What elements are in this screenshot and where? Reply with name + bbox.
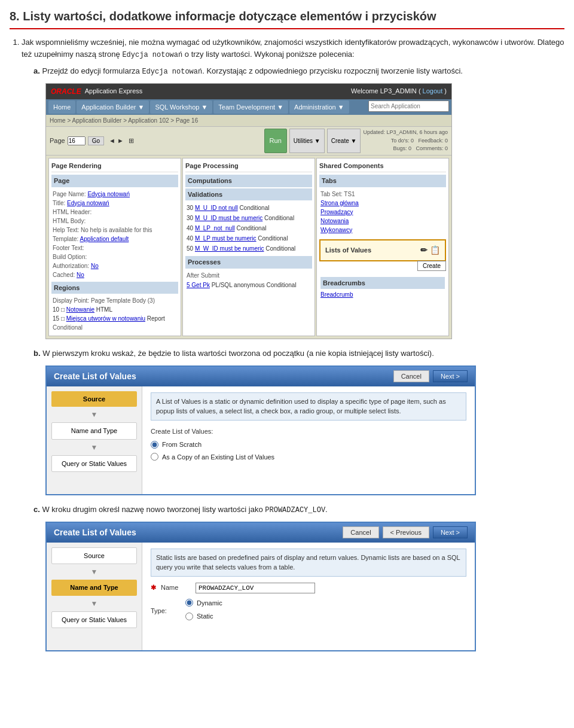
wizard-2-step-name: Name and Type: [51, 580, 137, 596]
page-section-title: Page: [51, 175, 178, 187]
tab-link-main[interactable]: Strona główna: [320, 200, 359, 206]
wizard-2-step-source: Source: [51, 547, 137, 565]
required-indicator: ✱: [151, 583, 156, 593]
tab-link-wyk[interactable]: Wykonawcy: [320, 227, 352, 233]
app-express-label: Application Express: [85, 86, 143, 96]
wizard-2-content: Static lists are based on predefined pai…: [142, 543, 475, 650]
apex-breadcrumb: Home > Application Builder > Application…: [46, 115, 451, 127]
wizard-2-sidebar: Source ▼ Name and Type ▼ Query or Static…: [47, 543, 142, 650]
wizard-1-header: Create List of Values Cancel Next >: [47, 367, 475, 386]
wizard-2-header: Create List of Values Cancel < Previous …: [47, 523, 475, 543]
breadcrumbs-section-title: Breadcrumbs: [320, 277, 445, 290]
wizard-1-step-source: Source: [51, 391, 137, 407]
type-static-option: Static: [185, 611, 222, 622]
lov-create-icon[interactable]: 📋: [430, 244, 440, 257]
shared-components-header: Shared Components: [319, 161, 446, 173]
wizard-1-sidebar: Source ▼ Name and Type ▼ Query or Static…: [47, 386, 142, 494]
lov-box: Lists of Values ✏ 📋 Create: [319, 239, 446, 261]
wizard-1-step-name: Name and Type: [51, 422, 137, 440]
page-num-input[interactable]: [68, 136, 86, 145]
search-input[interactable]: [368, 100, 449, 112]
nav-team-dev[interactable]: Team Development ▼: [213, 100, 288, 114]
validation-5: 50 M_W_ID must be numeric Conditional: [187, 243, 311, 254]
processes-title: Processes: [185, 256, 312, 269]
radio-dynamic[interactable]: [185, 599, 193, 607]
apex-panels: Page Rendering Page Page Name: Edycja no…: [46, 156, 451, 339]
wizard-2-step-query: Query or Static Values: [51, 611, 137, 629]
region-row-2: 15 □ Miejsca utworów w notowaniu Report: [53, 314, 177, 323]
welcome-text: Welcome LP3_ADMIN ( Logout ): [351, 86, 447, 96]
step-b-text: b. W pierwszym kroku wskaż, że będzie to…: [33, 348, 564, 360]
process-row: 5 Get Pk PL/SQL anonymous Conditional: [187, 280, 311, 290]
oracle-logo: ORACLE: [51, 86, 81, 97]
regions-section-title: Regions: [51, 282, 178, 294]
page-label: Page: [50, 136, 65, 146]
wizard-dialog-1: Create List of Values Cancel Next > Sour…: [45, 365, 476, 495]
wizard-1-desc: A List of Values is a static or dynamic …: [151, 392, 466, 421]
page-rendering-header: Page Rendering: [51, 161, 178, 173]
nav-app-builder[interactable]: Application Builder ▼: [77, 100, 149, 114]
wizard-2-next[interactable]: Next >: [433, 526, 468, 538]
wizard-1-content: A List of Values is a static or dynamic …: [142, 386, 475, 494]
shared-components-panel: Shared Components Tabs Tab Set: TS1 Stro…: [316, 158, 449, 337]
type-dynamic-option: Dynamic: [185, 598, 222, 608]
wizard-2-desc: Static lists are based on predefined pai…: [151, 549, 466, 577]
wizard-1-cancel[interactable]: Cancel: [393, 370, 429, 382]
apex-topbar: ORACLE Application Express Welcome LP3_A…: [46, 84, 451, 99]
wizard-1-next[interactable]: Next >: [433, 370, 468, 382]
lov-edit-icon[interactable]: ✏: [420, 244, 428, 257]
validation-4: 40 M_LP must be numeric Conditional: [187, 233, 311, 243]
apex-nav: Home Application Builder ▼ SQL Workshop …: [46, 99, 451, 115]
radio-copy[interactable]: [151, 453, 158, 461]
run-button[interactable]: Run: [264, 129, 287, 153]
wizard-2-prev[interactable]: < Previous: [383, 526, 429, 538]
wizard-1-option-scratch: From Scratch: [151, 440, 466, 450]
validation-1: 30 M_U_ID not null Conditional: [187, 203, 311, 213]
wizard-dialog-2: Create List of Values Cancel < Previous …: [45, 522, 476, 651]
wizard-2-cancel[interactable]: Cancel: [343, 526, 378, 538]
apex-toolbar: Page Go ◄ ► ⊞ Run Utilities ▼ Create ▼ U…: [46, 127, 451, 156]
page-title: 8. Listy wartości, dodatkowe informacje …: [10, 10, 564, 29]
region-row-1: 10 □ Notowanie HTML: [53, 305, 177, 314]
tabs-section-title: Tabs: [319, 175, 446, 187]
lov-title: Lists of Values: [325, 245, 371, 255]
name-label: Name: [161, 583, 191, 593]
computations-title: Computations: [185, 175, 312, 187]
radio-static[interactable]: [185, 613, 193, 620]
utilities-button[interactable]: Utilities ▼: [289, 129, 325, 153]
wizard-2-name-row: ✱ Name: [151, 583, 466, 593]
wizard-1-body: Source ▼ Name and Type ▼ Query or Static…: [47, 386, 475, 494]
tab-link-prow[interactable]: Prowadzący: [320, 209, 353, 215]
validations-title: Validations: [185, 188, 312, 201]
nav-home[interactable]: Home: [48, 100, 75, 114]
intro-paragraph: Jak wspomnieliśmy wcześniej, nie można w…: [22, 36, 564, 60]
nav-sql-workshop[interactable]: SQL Workshop ▼: [150, 100, 212, 114]
wizard-1-step-query: Query or Static Values: [51, 455, 137, 473]
lov-create-button[interactable]: Create: [417, 261, 446, 271]
type-label: Type:: [151, 606, 181, 616]
name-input[interactable]: [196, 583, 315, 593]
radio-from-scratch[interactable]: [151, 441, 158, 449]
wizard-2-type-row: Type: Dynamic Static: [151, 598, 466, 624]
tab-link-not[interactable]: Notowania: [320, 218, 349, 224]
page-processing-header: Page Processing: [185, 161, 312, 173]
step-a-text: a. Przejdź do edycji formularza Edycja n…: [33, 65, 564, 77]
apex-screenshot: ORACLE Application Express Welcome LP3_A…: [45, 83, 452, 340]
validation-2: 30 M_U_ID must be numeric Conditional: [187, 213, 311, 223]
page-processing-panel: Page Processing Computations Validations…: [182, 158, 315, 337]
wizard-1-title: Create List of Values: [54, 370, 136, 383]
wizard-1-create-label: Create List of Values:: [151, 427, 466, 437]
create-button[interactable]: Create ▼: [327, 129, 361, 153]
wizard-2-title: Create List of Values: [54, 526, 136, 539]
breadcrumb-link[interactable]: Breadcrumb: [320, 291, 353, 298]
validation-3: 40 M_LP_not_null Conditional: [187, 223, 311, 233]
page-rendering-panel: Page Rendering Page Page Name: Edycja no…: [48, 158, 181, 337]
nav-admin[interactable]: Administration ▼: [289, 100, 349, 114]
step-c-text: c. W kroku drugim określ nazwę nowo twor…: [33, 504, 564, 516]
wizard-1-option-copy: As a Copy of an Existing List of Values: [151, 452, 466, 462]
go-button[interactable]: Go: [88, 136, 104, 145]
wizard-2-body: Source ▼ Name and Type ▼ Query or Static…: [47, 543, 475, 650]
